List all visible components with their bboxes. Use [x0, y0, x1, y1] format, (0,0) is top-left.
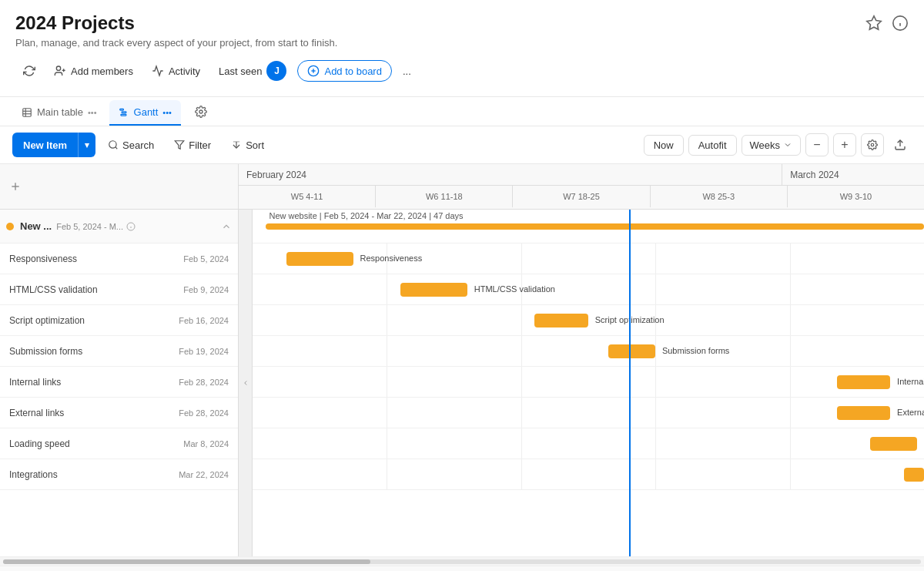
- gear-icon: [867, 139, 878, 150]
- group-bar-label: New website | Feb 5, 2024 - Mar 22, 2024…: [269, 211, 463, 220]
- item-date-1: Feb 9, 2024: [183, 285, 229, 294]
- item-date-6: Mar 8, 2024: [183, 439, 229, 448]
- bar-label-0: Responsiveness: [360, 254, 423, 263]
- scrollbar-thumb[interactable]: [3, 559, 370, 564]
- bar-label-3: Submission forms: [662, 346, 729, 355]
- gantt-settings-button[interactable]: [861, 133, 884, 156]
- item-name-0: Responsiveness: [9, 254, 183, 264]
- autofit-button[interactable]: Autofit: [688, 135, 737, 156]
- group-date: Feb 5, 2024 - M...: [56, 222, 123, 231]
- month-march: March 2024: [782, 164, 924, 185]
- refresh-button[interactable]: [15, 60, 43, 82]
- item-name-7: Integrations: [9, 469, 179, 480]
- month-february: February 2024: [239, 164, 782, 185]
- now-button[interactable]: Now: [644, 135, 684, 156]
- view-tabs: Main table ••• Gantt •••: [0, 97, 924, 126]
- group-name: New ...: [20, 220, 52, 232]
- gantt-scrollbar[interactable]: [0, 556, 924, 566]
- group-bar-row: New website | Feb 5, 2024 - Mar 22, 2024…: [253, 210, 924, 244]
- weeks-row: W5 4-11 W6 11-18 W7 18-25 W8 25-3 W9 3-1…: [239, 186, 924, 207]
- filter-button[interactable]: Filter: [166, 135, 219, 156]
- export-icon: [894, 139, 906, 151]
- more-options-button[interactable]: ...: [395, 61, 419, 82]
- gantt-bar-4[interactable]: [837, 375, 891, 389]
- star-icon[interactable]: [865, 15, 882, 32]
- svg-marker-0: [867, 16, 881, 29]
- svg-point-23: [871, 143, 874, 146]
- svg-rect-14: [119, 109, 123, 110]
- add-to-board-label: Add to board: [324, 65, 381, 77]
- bar-row-5: External links: [253, 398, 924, 428]
- item-date-3: Feb 19, 2024: [179, 347, 229, 356]
- group-gantt-bar[interactable]: New website | Feb 5, 2024 - Mar 22, 2024…: [266, 223, 924, 230]
- bar-row-2: Script optimization: [253, 305, 924, 336]
- refresh-icon: [23, 65, 35, 77]
- right-controls: Now Autofit Weeks − +: [644, 133, 912, 156]
- gantt-body: New ... Feb 5, 2024 - M... Responsivenes…: [0, 210, 924, 556]
- tab-gantt-label: Gantt: [134, 106, 159, 118]
- gantt-bar-7[interactable]: [904, 468, 924, 482]
- collapse-left-icon: [242, 379, 249, 387]
- expand-icon[interactable]: [9, 180, 22, 193]
- week-1: W5 4-11: [239, 186, 376, 207]
- bar-row-0: Responsiveness: [253, 244, 924, 274]
- page-title: 2024 Projects: [15, 12, 135, 34]
- svg-point-17: [199, 110, 203, 113]
- table-icon: [22, 107, 32, 118]
- settings-icon: [195, 106, 207, 118]
- new-item-arrow[interactable]: ▾: [79, 135, 95, 156]
- last-seen-button[interactable]: Last seen J: [211, 56, 294, 86]
- bar-row-3: Submission forms: [253, 336, 924, 367]
- gantt-bar-6[interactable]: [870, 437, 917, 451]
- gantt-header: February 2024 March 2024 W5 4-11 W6 11-1…: [0, 164, 924, 210]
- item-name-6: Loading speed: [9, 438, 183, 449]
- info-icon[interactable]: [892, 15, 909, 32]
- tab-main-table-more[interactable]: •••: [88, 108, 97, 117]
- search-button[interactable]: Search: [100, 135, 162, 156]
- new-item-button[interactable]: New Item ▾: [12, 133, 95, 157]
- collapse-handle[interactable]: [239, 210, 253, 556]
- bar-label-5: External links: [897, 408, 924, 417]
- filter-label: Filter: [189, 139, 211, 151]
- zoom-out-button[interactable]: −: [805, 133, 829, 156]
- item-name-4: Internal links: [9, 377, 179, 388]
- tab-main-table[interactable]: Main table •••: [12, 100, 106, 126]
- gantt-bar-1[interactable]: [400, 283, 467, 297]
- gantt-bar-0[interactable]: [286, 252, 353, 266]
- new-item-label: New Item: [12, 134, 78, 156]
- bar-label-4: Internal links: [897, 377, 924, 386]
- group-dot: [6, 223, 14, 230]
- view-settings-button[interactable]: [190, 101, 212, 125]
- sort-icon: [231, 139, 242, 150]
- item-date-2: Feb 16, 2024: [179, 316, 229, 325]
- zoom-in-button[interactable]: +: [833, 133, 856, 156]
- scrollbar-track: [3, 559, 921, 564]
- week-3: W7 18-25: [513, 186, 650, 207]
- add-to-board-button[interactable]: Add to board: [297, 60, 391, 82]
- bar-row-1: HTML/CSS validation: [253, 274, 924, 305]
- add-members-button[interactable]: Add members: [46, 60, 141, 82]
- user-avatar: J: [266, 61, 286, 81]
- gantt-chart: February 2024 March 2024 W5 4-11 W6 11-1…: [0, 164, 924, 566]
- bar-row-6: Loading speed: [253, 428, 924, 459]
- add-circle-icon: [307, 65, 320, 77]
- activity-button[interactable]: Activity: [144, 60, 208, 82]
- tab-gantt-more[interactable]: •••: [162, 108, 172, 117]
- gantt-bar-2[interactable]: [534, 314, 588, 327]
- tab-gantt[interactable]: Gantt •••: [109, 100, 181, 126]
- svg-rect-10: [23, 108, 32, 116]
- weeks-selector[interactable]: Weeks: [742, 135, 802, 156]
- sort-button[interactable]: Sort: [223, 135, 272, 156]
- gantt-timeline-header: February 2024 March 2024 W5 4-11 W6 11-1…: [239, 164, 924, 209]
- group-info-icon[interactable]: [126, 222, 136, 231]
- svg-point-4: [56, 66, 60, 70]
- collapse-icon[interactable]: [221, 221, 232, 232]
- gantt-bar-5[interactable]: [837, 406, 891, 420]
- page-header: 2024 Projects Plan, manage, and track ev…: [0, 0, 924, 97]
- svg-marker-20: [175, 141, 184, 149]
- svg-point-18: [109, 141, 116, 148]
- week-5: W9 3-10: [788, 186, 924, 207]
- svg-rect-15: [122, 111, 126, 113]
- export-button[interactable]: [889, 133, 912, 156]
- gantt-bar-3[interactable]: [608, 344, 655, 358]
